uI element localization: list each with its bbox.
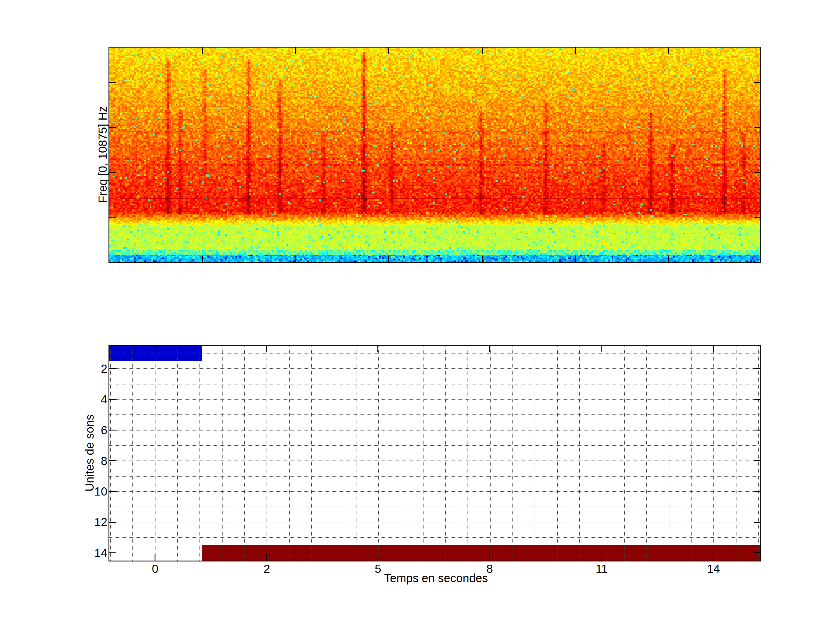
x-tick: [202, 47, 203, 54]
grid-line-vertical: [401, 346, 401, 561]
x-tick: [575, 256, 576, 262]
y-tick: [754, 460, 760, 461]
x-tick-label: 5: [355, 562, 401, 575]
grid-line-vertical: [691, 346, 692, 561]
y-tick: [754, 172, 760, 173]
x-tick-label: 8: [466, 562, 513, 575]
x-tick: [377, 346, 378, 352]
y-tick: [109, 553, 116, 553]
grid-line-horizontal: [109, 553, 760, 553]
x-tick: [713, 346, 714, 352]
grid-line-horizontal: [109, 507, 760, 507]
grid-line-vertical: [579, 346, 580, 561]
y-tick-label: 14: [63, 546, 107, 559]
x-tick: [388, 256, 389, 262]
y-tick: [109, 491, 116, 492]
grid-line-horizontal: [109, 399, 760, 399]
bar-chart-axes: [109, 345, 761, 562]
grid-line-horizontal: [109, 353, 760, 354]
x-tick: [155, 346, 155, 352]
x-tick: [602, 554, 602, 561]
y-tick: [109, 127, 116, 128]
x-tick: [155, 554, 155, 561]
grid-line-horizontal: [109, 491, 760, 492]
y-tick: [109, 217, 116, 218]
grid-line-vertical: [199, 346, 200, 561]
x-tick: [377, 554, 378, 561]
grid-line-vertical: [155, 346, 155, 561]
grid-line-vertical: [334, 346, 334, 561]
x-tick: [482, 256, 483, 262]
grid-line-vertical: [267, 346, 267, 561]
x-tick-label: 2: [243, 562, 290, 575]
grid-line-vertical: [445, 346, 446, 561]
x-tick: [668, 256, 669, 262]
spectrogram-ylabel: Freq [0, 10875] Hz: [96, 106, 109, 203]
grid-line-vertical: [378, 346, 379, 561]
grid-line-horizontal: [109, 537, 760, 538]
grid-line-horizontal: [109, 368, 760, 369]
grid-line-vertical: [133, 346, 133, 561]
grid-line-vertical: [646, 346, 647, 561]
grid-line-vertical: [736, 346, 736, 561]
x-tick: [602, 346, 602, 352]
grid-line-vertical: [669, 346, 669, 561]
grid-line-vertical: [177, 346, 178, 561]
y-tick: [754, 522, 760, 523]
grid-line-vertical: [602, 346, 602, 561]
x-tick-label: 11: [578, 562, 625, 575]
x-tick: [482, 47, 483, 54]
y-tick: [109, 522, 116, 523]
y-tick: [109, 368, 116, 369]
y-tick: [109, 429, 116, 431]
x-tick: [388, 47, 389, 54]
x-tick: [668, 47, 669, 54]
grid-line-vertical: [244, 346, 245, 561]
grid-line-vertical: [512, 346, 513, 561]
x-tick: [295, 47, 296, 54]
grid-line-horizontal: [109, 522, 760, 523]
x-tick: [575, 47, 576, 54]
grid-line-vertical: [467, 346, 468, 561]
x-tick: [489, 554, 490, 561]
grid-line-vertical: [557, 346, 558, 561]
grid-line-vertical: [758, 346, 759, 561]
y-tick: [109, 172, 116, 173]
y-tick: [109, 82, 116, 83]
matlab-figure: Freq [0, 10875] Hz Unites de sons Temps …: [0, 0, 840, 630]
grid-line-vertical: [289, 346, 290, 561]
x-tick-label: 0: [132, 562, 178, 575]
grid-line-horizontal: [109, 414, 760, 415]
grid-line-vertical: [110, 346, 111, 561]
grid-line-vertical: [624, 346, 625, 561]
y-tick: [109, 460, 116, 461]
x-tick: [266, 554, 267, 561]
grid-line-horizontal: [109, 430, 760, 431]
x-tick-label: 14: [690, 562, 737, 575]
y-tick-label: 10: [63, 485, 107, 498]
y-tick: [754, 399, 760, 400]
y-tick: [754, 217, 760, 218]
grid-line-horizontal: [109, 445, 760, 446]
grid-line-horizontal: [109, 476, 760, 477]
grid-line-vertical: [423, 346, 423, 561]
y-tick-label: 4: [63, 393, 107, 406]
y-tick-label: 8: [63, 455, 107, 467]
y-tick: [754, 368, 760, 369]
grid-line-vertical: [490, 346, 491, 561]
y-tick: [109, 399, 116, 400]
spectrogram-image: [109, 47, 760, 262]
grid-line-vertical: [311, 346, 312, 561]
grid-line-vertical: [222, 346, 223, 561]
x-tick: [713, 554, 714, 561]
x-tick: [202, 256, 203, 262]
grid-line-vertical: [356, 346, 357, 561]
y-tick: [754, 553, 760, 553]
y-tick-label: 12: [63, 516, 107, 529]
y-tick: [754, 127, 760, 128]
spectrogram-axes: [109, 47, 761, 263]
y-tick: [754, 429, 760, 431]
y-tick-label: 2: [63, 362, 107, 375]
x-tick: [295, 256, 296, 262]
y-tick: [754, 491, 760, 492]
